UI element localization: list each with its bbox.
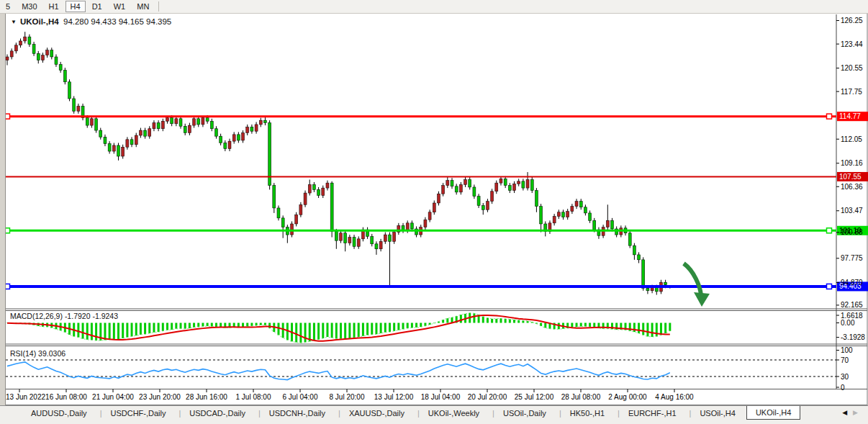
candle-body — [406, 223, 409, 230]
timeframe-button-h1[interactable]: H1 — [44, 1, 64, 12]
candle-body — [14, 45, 17, 51]
ohlc-values: 94.280 94.433 94.165 94.395 — [63, 17, 171, 26]
rsi-axis-label: 100 — [841, 346, 853, 354]
tab-usdchf-daily[interactable]: USDCHF-,Daily — [94, 406, 173, 420]
candle-body — [655, 287, 658, 292]
candle-body — [575, 202, 578, 207]
candle-body — [508, 186, 511, 191]
tab-eurchf-h1[interactable]: EURCHF-,H1 — [611, 406, 682, 420]
price-axis-label: 106.36 — [841, 183, 863, 191]
candle-body — [37, 53, 40, 60]
candle-body — [228, 141, 231, 148]
candle-body — [188, 125, 191, 132]
candle-body — [130, 140, 133, 145]
tab-usoil-daily[interactable]: USOil-,Daily — [486, 406, 553, 420]
tab-usdcad-daily[interactable]: USDCAD-,Daily — [172, 406, 251, 420]
price-axis-label: 117.75 — [841, 88, 862, 96]
candle-body — [295, 215, 298, 224]
candle-body — [224, 143, 227, 148]
candle-body — [6, 57, 9, 60]
price-axis-label: 97.775 — [841, 254, 863, 262]
hline-anchor[interactable] — [827, 284, 832, 289]
price-axis-label: 123.44 — [841, 40, 863, 48]
tab-ukoil-h4[interactable]: UKOil-,H4 — [746, 406, 801, 420]
tab-scroll-left-icon[interactable]: ◀ — [842, 409, 853, 416]
time-axis-label: 4 Aug 16:00 — [655, 393, 694, 401]
candle-body — [46, 50, 49, 55]
time-axis-label: 16 Jun 08:00 — [45, 393, 87, 401]
chevron-down-icon[interactable]: ▼ — [11, 19, 17, 25]
candle-body — [139, 130, 142, 135]
candle-body — [50, 50, 53, 57]
price-axis-label: 103.47 — [841, 207, 863, 215]
time-axis-label: 18 Jul 04:00 — [421, 393, 461, 401]
candle-body — [504, 179, 507, 185]
candle-body — [214, 129, 217, 136]
timeframe-button-m30[interactable]: M30 — [17, 1, 42, 12]
time-axis-label: 28 Jun 16:00 — [186, 393, 227, 401]
hline-anchor[interactable] — [827, 114, 832, 119]
candle-body — [259, 120, 262, 125]
candle-body — [628, 233, 631, 245]
candle-body — [122, 147, 125, 156]
candle-body — [304, 193, 307, 204]
timeframe-toolbar: 5 M30 H1 H4 D1 W1 MN — [0, 0, 868, 14]
candle-body — [10, 51, 13, 57]
time-axis-label: 23 Jun 20:00 — [139, 393, 181, 401]
candle-body — [477, 197, 480, 206]
tab-usoil-h4[interactable]: USOil-,H4 — [683, 406, 742, 420]
candle-body — [517, 181, 520, 184]
candle-body — [553, 217, 556, 223]
candle-body — [526, 180, 529, 189]
price-axis-label: 112.05 — [841, 135, 862, 143]
candle-body — [375, 244, 378, 249]
tab-audusd-daily[interactable]: AUDUSD-,Daily — [24, 406, 94, 420]
candle-body — [495, 183, 498, 191]
candle-body — [246, 127, 249, 132]
candle-body — [469, 180, 471, 187]
hline-anchor[interactable] — [827, 228, 832, 233]
candle-body — [95, 119, 98, 130]
candle-body — [73, 99, 76, 111]
candle-body — [166, 118, 168, 122]
candle-body — [340, 233, 343, 240]
candle-body — [273, 186, 276, 208]
candle-body — [433, 203, 435, 212]
candle-body — [513, 184, 516, 190]
candle-body — [171, 118, 173, 124]
candle-body — [77, 106, 80, 111]
tab-scroll-right-icon[interactable]: ▶ — [853, 409, 864, 416]
candle-body — [606, 220, 609, 227]
candle-body — [86, 118, 89, 125]
candle-body — [571, 207, 574, 212]
tab-hk50-h1[interactable]: HK50-,H1 — [553, 406, 611, 420]
candle-body — [126, 140, 129, 147]
candle-body — [135, 135, 137, 145]
tab-usdcnh-daily[interactable]: USDCNH-,Daily — [252, 406, 332, 420]
timeframe-button-mn[interactable]: MN — [132, 1, 154, 12]
timeframe-button-h4[interactable]: H4 — [65, 1, 86, 12]
timeframe-button-w1[interactable]: W1 — [109, 1, 131, 12]
candle-body — [579, 202, 582, 207]
candle-body — [232, 135, 235, 141]
tab-ukoil-weekly[interactable]: UKOil-,Weekly — [411, 406, 486, 420]
timeframe-button-m5[interactable]: 5 — [1, 1, 15, 12]
candle-body — [322, 188, 325, 195]
candle-body — [557, 212, 560, 217]
candle-body — [193, 119, 196, 125]
candle-body — [179, 119, 182, 126]
candle-body — [535, 191, 538, 207]
candle-body — [646, 288, 649, 290]
candle-body — [388, 235, 391, 241]
candle-body — [104, 137, 107, 143]
symbol-info-line[interactable]: ▼UKOil-,H4 94.280 94.433 94.165 94.395 — [11, 17, 171, 26]
candle-body — [442, 186, 445, 194]
tab-xauusd-daily[interactable]: XAUUSD-,Daily — [332, 406, 411, 420]
rsi-indicator-label: RSI(14) 39.0306 — [10, 349, 65, 358]
candle-body — [664, 282, 667, 284]
candle-body — [326, 183, 329, 188]
candle-body — [562, 212, 565, 217]
timeframe-button-d1[interactable]: D1 — [87, 1, 107, 12]
chart-canvas[interactable]: 114.77107.55101.1094.403126.25123.44120.… — [0, 0, 868, 424]
candle-body — [28, 37, 31, 44]
